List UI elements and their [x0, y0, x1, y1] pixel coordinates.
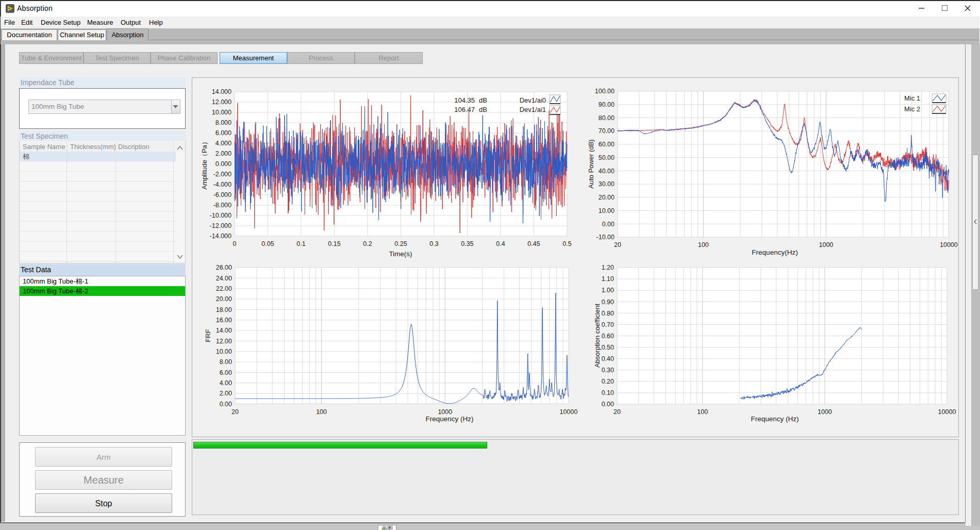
svg-text:20: 20	[231, 408, 239, 416]
svg-text:10.00: 10.00	[599, 207, 614, 214]
svg-text:18.00: 18.00	[216, 306, 232, 313]
svg-text:0.2: 0.2	[363, 240, 372, 247]
svg-text:0.30: 0.30	[602, 367, 614, 374]
svg-text:106.47: 106.47	[454, 106, 475, 113]
svg-text:1000: 1000	[819, 241, 833, 249]
svg-text:0.00: 0.00	[602, 401, 614, 408]
svg-text:6.000: 6.000	[215, 129, 231, 137]
svg-text:Frequency (Hz): Frequency (Hz)	[751, 415, 799, 423]
svg-text:Absorption coefficient: Absorption coefficient	[593, 304, 601, 368]
svg-text:0.20: 0.20	[602, 378, 614, 385]
svg-text:6.00: 6.00	[220, 369, 232, 376]
svg-text:4.000: 4.000	[215, 140, 231, 147]
svg-text:14.000: 14.000	[212, 88, 231, 95]
svg-text:10000: 10000	[940, 241, 958, 249]
svg-text:Dev1/ai0: Dev1/ai0	[520, 96, 546, 104]
svg-text:Mic 2: Mic 2	[904, 105, 920, 113]
svg-text:0.00: 0.00	[220, 401, 232, 408]
svg-text:20.00: 20.00	[599, 194, 614, 201]
svg-text:0.50: 0.50	[602, 344, 614, 351]
svg-text:2.00: 2.00	[220, 390, 232, 397]
svg-text:30.00: 30.00	[599, 180, 614, 188]
svg-text:-12.000: -12.000	[210, 222, 231, 229]
svg-text:8.00: 8.00	[220, 358, 232, 366]
svg-text:-10.000: -10.000	[210, 212, 231, 219]
svg-text:100: 100	[316, 408, 327, 416]
svg-text:0.60: 0.60	[602, 333, 614, 340]
svg-text:4.00: 4.00	[220, 379, 232, 387]
svg-text:0.70: 0.70	[602, 321, 614, 328]
svg-text:dB: dB	[479, 106, 487, 113]
svg-text:Auto Power (dB): Auto Power (dB)	[587, 139, 595, 188]
svg-text:Mic 1: Mic 1	[904, 94, 920, 102]
svg-text:70.00: 70.00	[599, 127, 614, 135]
svg-text:Dev1/ai1: Dev1/ai1	[520, 106, 546, 113]
svg-text:-8.000: -8.000	[213, 202, 231, 209]
svg-text:-10.00: -10.00	[596, 234, 614, 241]
svg-text:80.00: 80.00	[599, 114, 614, 122]
svg-text:10.000: 10.000	[212, 109, 231, 116]
svg-text:8.000: 8.000	[215, 119, 231, 126]
svg-text:40.00: 40.00	[599, 168, 614, 175]
svg-text:dB: dB	[479, 96, 487, 104]
svg-text:20.00: 20.00	[216, 295, 232, 303]
svg-text:1.00: 1.00	[602, 287, 614, 294]
svg-text:1.10: 1.10	[602, 275, 614, 283]
svg-text:Time(s): Time(s)	[389, 250, 412, 258]
svg-text:50.00: 50.00	[599, 154, 614, 161]
svg-text:0.80: 0.80	[602, 310, 614, 317]
svg-text:0.90: 0.90	[602, 299, 614, 306]
svg-text:1.20: 1.20	[602, 264, 614, 271]
svg-text:0.4: 0.4	[496, 240, 505, 247]
svg-text:104.35: 104.35	[454, 96, 475, 104]
svg-text:0.45: 0.45	[527, 240, 540, 247]
svg-text:-14.000: -14.000	[210, 233, 231, 240]
svg-text:12.00: 12.00	[216, 338, 232, 345]
svg-text:0.10: 0.10	[602, 389, 614, 396]
svg-text:60.00: 60.00	[599, 141, 614, 148]
svg-text:20: 20	[613, 408, 621, 416]
svg-text:0.35: 0.35	[461, 240, 473, 247]
svg-text:0.5: 0.5	[562, 240, 571, 247]
svg-text:100: 100	[697, 408, 708, 416]
svg-text:-4.000: -4.000	[213, 181, 231, 188]
svg-text:0.15: 0.15	[328, 240, 340, 247]
svg-text:10000: 10000	[560, 408, 578, 416]
svg-text:0.3: 0.3	[429, 240, 438, 247]
svg-text:FRF: FRF	[204, 329, 212, 342]
svg-text:0: 0	[233, 240, 237, 247]
svg-text:-6.000: -6.000	[213, 191, 231, 198]
svg-text:100: 100	[698, 241, 709, 249]
svg-text:1000: 1000	[818, 408, 832, 416]
svg-text:10.00: 10.00	[216, 348, 232, 355]
svg-text:100.00: 100.00	[595, 88, 614, 95]
svg-text:12.000: 12.000	[212, 98, 231, 106]
svg-text:0.05: 0.05	[261, 240, 274, 247]
svg-text:14.00: 14.00	[216, 327, 232, 334]
svg-text:Frequency(Hz): Frequency(Hz)	[752, 249, 798, 256]
svg-text:26.00: 26.00	[216, 264, 232, 271]
svg-text:0.00: 0.00	[602, 221, 614, 228]
svg-text:0.000: 0.000	[215, 160, 231, 168]
svg-text:Frequency (Hz): Frequency (Hz)	[425, 415, 473, 423]
svg-text:0.25: 0.25	[394, 240, 407, 247]
svg-text:20: 20	[614, 241, 621, 249]
svg-text:0.40: 0.40	[602, 355, 614, 362]
svg-text:24.00: 24.00	[216, 275, 232, 282]
svg-text:-2.000: -2.000	[213, 171, 231, 178]
svg-text:90.00: 90.00	[599, 101, 614, 108]
svg-text:0.1: 0.1	[296, 240, 305, 247]
svg-text:1000: 1000	[438, 408, 452, 416]
svg-text:10000: 10000	[938, 408, 956, 416]
svg-text:22.00: 22.00	[216, 285, 232, 292]
svg-text:2.000: 2.000	[215, 150, 231, 157]
svg-text:16.00: 16.00	[216, 317, 232, 324]
svg-text:Amplitude（Pa）: Amplitude（Pa）	[201, 138, 208, 190]
